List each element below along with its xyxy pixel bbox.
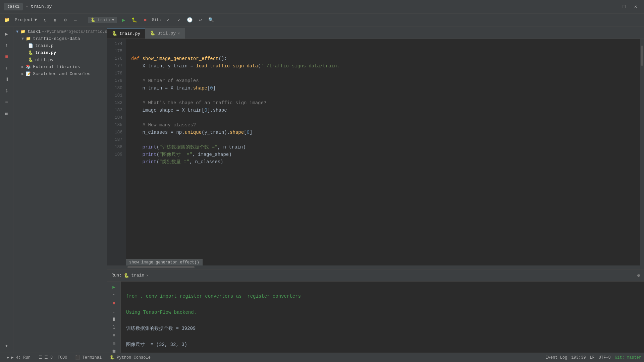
run-stop-btn[interactable]: ■ [110, 301, 118, 306]
sidebar-item-train-py[interactable]: 🐍 train.py [13, 49, 107, 56]
title-tab-1[interactable]: task1 [4, 3, 23, 10]
vertical-scrollbar[interactable] [640, 39, 644, 265]
left-toolbar: ▶ ↑ ■ ↓ ⏸ ⤵ ≡ ⊞ ★ [0, 27, 13, 353]
debug-button[interactable]: 🐛 [130, 16, 139, 24]
status-bar: ▶ ▶ 4: Run ☰ ☰ 8: TODO ⬛ Terminal 🐍 Pyth… [0, 353, 644, 362]
search-button[interactable]: 🔍 [207, 16, 215, 24]
project-label[interactable]: Project ▼ [13, 17, 39, 22]
run-content: ▶ ↑ ■ ↓ ⏸ ⤵ ≡ ⊞ 🗑 from ._conv import reg… [107, 282, 644, 353]
run-config[interactable]: 🐍 train ▼ [88, 17, 117, 23]
train-py-tab-icon: 🐍 [112, 31, 117, 36]
function-tooltip: show_image_generator_effect() [126, 259, 203, 265]
status-tab-run[interactable]: ▶ ▶ 4: Run [3, 353, 35, 362]
python-console-icon: 🐍 [110, 355, 115, 360]
sidebar-item-task1[interactable]: ▼ 📁 task1 ~/PycharmProjects/traffic.si [13, 28, 107, 35]
settings-button[interactable]: ⚙ [61, 16, 69, 24]
minimize-button[interactable]: — [608, 2, 617, 11]
sort-button[interactable]: ⇅ [51, 16, 59, 24]
todo-icon: ☰ [39, 355, 42, 360]
maximize-button[interactable]: □ [620, 2, 629, 11]
git-run-area: 🐍 train ▼ ▶ 🐛 ■ Git: ✓ ✓ 🕐 ↩ 🔍 [88, 16, 215, 24]
editor-tabs: 🐍 train.py 🐍 util.py ✕ [107, 27, 644, 39]
run-panel-header: Run: 🐍 train ✕ ⚙ [107, 269, 644, 282]
tab-train-py[interactable]: 🐍 train.py [107, 28, 145, 39]
ext-libs-arrow-icon: ▶ [21, 64, 24, 69]
left-star-btn[interactable]: ★ [2, 341, 11, 350]
code-content[interactable]: def show_image_generator_effect(): X_tra… [126, 39, 640, 265]
run-settings-button[interactable]: ⚙ [637, 273, 640, 278]
refresh-button[interactable]: ↻ [41, 16, 49, 24]
run-config-name: train [98, 18, 110, 22]
run-pause-btn[interactable]: ⏸ [110, 317, 118, 322]
editor-area: 🐍 train.py 🐍 util.py ✕ 174 175 176 177 1… [107, 27, 644, 353]
left-list2-btn[interactable]: ⊞ [2, 109, 11, 118]
title-bar-left: task1 – train.py [4, 3, 52, 10]
git-check2-button[interactable]: ✓ [175, 16, 183, 24]
sidebar-item-external-libs[interactable]: ▶ 📚 External Libraries [13, 63, 107, 70]
git-undo-button[interactable]: ↩ [196, 16, 204, 24]
run-button[interactable]: ▶ [120, 16, 128, 24]
run-tab-icon: ▶ [7, 355, 9, 360]
sidebar-task1-path: ~/PycharmProjects/traffic.si [42, 29, 110, 34]
git-check-button[interactable]: ✓ [164, 16, 172, 24]
left-pause-btn[interactable]: ⏸ [2, 75, 11, 84]
sidebar-item-util-py[interactable]: 🐍 util.py [13, 56, 107, 63]
left-stop-btn[interactable]: ■ [2, 52, 11, 61]
position-label: 193:39 [571, 355, 586, 360]
git-label: Git: [152, 18, 162, 22]
code-editor[interactable]: 174 175 176 177 178 179 180 181 182 183 … [107, 39, 644, 265]
util-py-tab-label: util.py [157, 31, 176, 36]
terminal-icon: ⬛ [75, 355, 80, 360]
scratches-arrow-icon: ▶ [21, 71, 24, 76]
run-label: Run: [111, 273, 122, 278]
event-log-label[interactable]: Event Log [545, 355, 567, 360]
run-icon: 🐍 [91, 17, 96, 22]
run-step-btn[interactable]: ⤵ [110, 325, 118, 330]
left-up-btn[interactable]: ↑ [2, 41, 11, 50]
collapse-button[interactable]: — [71, 16, 79, 24]
util-py-icon: 🐍 [28, 57, 33, 62]
git-status-label: Git: master [615, 355, 641, 360]
sidebar-task1-label: task1 [28, 29, 41, 34]
util-py-tab-close[interactable]: ✕ [178, 31, 180, 36]
line-numbers: 174 175 176 177 178 179 180 181 182 183 … [107, 39, 126, 265]
run-restart-btn[interactable]: ▶ [110, 284, 118, 290]
status-tab-todo[interactable]: ☰ ☰ 8: TODO [35, 353, 71, 362]
sidebar-traffic-label: traffic-signs-data [33, 36, 80, 41]
status-tab-terminal[interactable]: ⬛ Terminal [71, 353, 106, 362]
sidebar-item-train-p[interactable]: 📄 train.p [13, 42, 107, 49]
sidebar-ext-libs-label: External Libraries [33, 64, 80, 69]
run-config-arrow: ▼ [112, 18, 114, 22]
run-trash-btn[interactable]: 🗑 [110, 349, 118, 353]
util-py-tab-icon: 🐍 [150, 31, 155, 36]
run-config-title: train [131, 273, 144, 278]
git-history-button[interactable]: 🕐 [185, 16, 194, 24]
project-icon: 📁 [3, 16, 11, 24]
left-step-over-btn[interactable]: ⤵ [2, 86, 11, 95]
run-tab-label: ▶ 4: Run [11, 355, 31, 360]
sidebar: ▼ 📁 task1 ~/PycharmProjects/traffic.si ▼… [13, 27, 107, 353]
ext-libs-icon: 📚 [26, 64, 31, 69]
run-scroll-up-btn[interactable]: ↑ [110, 293, 118, 298]
run-grid-btn[interactable]: ⊞ [110, 341, 118, 347]
output-line-3: 训练数据集的数据个数 = 39209 [126, 324, 639, 333]
run-list-btn[interactable]: ≡ [110, 333, 118, 338]
close-button[interactable]: ✕ [631, 2, 640, 11]
left-run-btn[interactable]: ▶ [2, 29, 11, 38]
tab-util-py[interactable]: 🐍 util.py ✕ [145, 28, 185, 39]
stop-button[interactable]: ■ [141, 16, 149, 24]
sidebar-item-scratches[interactable]: ▶ 📝 Scratches and Consoles [13, 70, 107, 77]
sidebar-item-traffic-signs-data[interactable]: ▼ 📁 traffic-signs-data [13, 35, 107, 42]
horizontal-scrollbar[interactable] [107, 265, 644, 269]
project-folder-icon: 📁 [20, 29, 25, 34]
run-scroll-down-btn[interactable]: ↓ [110, 309, 118, 314]
status-tabs: ▶ ▶ 4: Run ☰ ☰ 8: TODO ⬛ Terminal 🐍 Pyth… [3, 353, 545, 362]
output-line-2: Using TensorFlow backend. [126, 308, 639, 316]
left-down-btn[interactable]: ↓ [2, 64, 11, 72]
status-tab-python-console[interactable]: 🐍 Python Console [106, 353, 155, 362]
run-tab-close[interactable]: ✕ [146, 273, 149, 278]
train-py-icon: 🐍 [28, 50, 33, 55]
traffic-folder-arrow-icon: ▼ [21, 37, 24, 41]
left-list-btn[interactable]: ≡ [2, 98, 11, 107]
sidebar-train-p-label: train.p [35, 43, 54, 48]
